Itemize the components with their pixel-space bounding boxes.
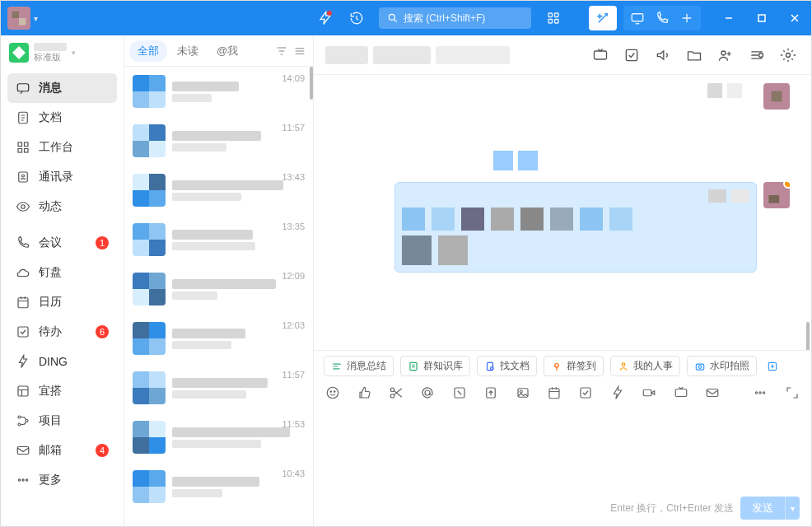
folder-icon[interactable]: [683, 44, 706, 67]
svg-point-62: [759, 392, 761, 394]
svg-rect-56: [549, 389, 559, 399]
window-minimize-button[interactable]: [712, 1, 745, 35]
chip-knowledge[interactable]: 群知识库: [400, 356, 470, 376]
nav-label: DING: [39, 355, 68, 368]
emoji-icon[interactable]: [325, 385, 340, 401]
tab-all[interactable]: 全部: [129, 40, 167, 62]
conversation-item[interactable]: 11:53: [124, 413, 313, 462]
nav-label: 工作台: [39, 140, 73, 155]
apps-icon[interactable]: [543, 7, 564, 29]
video-icon[interactable]: [642, 385, 656, 401]
nav-workspace[interactable]: 工作台: [7, 133, 117, 162]
speaker-icon[interactable]: [651, 44, 674, 67]
search-chat-icon[interactable]: [745, 44, 768, 67]
thumbs-up-icon[interactable]: [357, 385, 371, 401]
conversation-item[interactable]: 12:03: [124, 314, 313, 363]
chip-more-icon[interactable]: [763, 356, 782, 376]
tv-icon[interactable]: [589, 44, 612, 67]
filter-icon[interactable]: [273, 43, 290, 59]
svg-point-49: [390, 388, 394, 392]
task-icon[interactable]: [620, 44, 643, 67]
nav-mail[interactable]: 邮箱 4: [7, 436, 117, 465]
chip-checkin[interactable]: 群签到: [544, 356, 604, 376]
card-icon[interactable]: [452, 385, 467, 401]
nav-ding[interactable]: DING: [7, 347, 117, 376]
phone-icon[interactable]: [651, 7, 673, 29]
nav-feed[interactable]: 动态: [7, 192, 117, 222]
window-close-button[interactable]: [778, 1, 811, 35]
nav-label: 消息: [39, 81, 62, 96]
plus-icon[interactable]: [676, 7, 698, 29]
image-icon[interactable]: [515, 385, 530, 401]
svg-point-46: [327, 387, 338, 399]
checkbox-icon[interactable]: [578, 385, 593, 401]
flash-icon[interactable]: [610, 385, 625, 401]
send-button[interactable]: 发送: [740, 497, 785, 520]
svg-rect-25: [17, 447, 29, 455]
expand-icon[interactable]: [785, 385, 800, 401]
nav-docs[interactable]: 文档: [7, 103, 117, 133]
calendar2-icon[interactable]: [547, 385, 562, 401]
upload-file-icon[interactable]: [483, 385, 498, 401]
conversation-list[interactable]: 14:0911:5713:4313:3512:0912:0311:5711:53…: [124, 67, 313, 526]
nav-projects[interactable]: 项目: [7, 406, 117, 436]
live-icon[interactable]: [673, 385, 688, 401]
svg-point-63: [763, 392, 765, 394]
chip-finddoc[interactable]: 找文档: [477, 356, 537, 376]
avatar[interactable]: [763, 83, 790, 110]
svg-rect-20: [18, 327, 28, 337]
conversation-item[interactable]: 10:43: [124, 462, 313, 511]
nav-calendar[interactable]: 日历: [7, 287, 117, 317]
nav-more[interactable]: 更多: [7, 465, 117, 495]
lightning-icon[interactable]: [315, 7, 336, 29]
ai-wand-icon[interactable]: [592, 7, 614, 29]
conversation-time: 11:57: [282, 123, 305, 133]
nav-contacts[interactable]: 通讯录: [7, 162, 117, 192]
screen-share-icon[interactable]: [627, 7, 648, 29]
chip-watermark[interactable]: 水印拍照: [687, 356, 757, 376]
conversation-item[interactable]: 13:43: [124, 166, 313, 215]
user-avatar[interactable]: [7, 7, 30, 30]
conversation-column: 全部 未读 @我 14:0911:5713:4313:3512:0912:031…: [124, 35, 314, 526]
search-input[interactable]: 搜索 (Ctrl+Shift+F): [379, 7, 531, 29]
avatar[interactable]: [763, 182, 790, 208]
nav-drive[interactable]: 钉盘: [7, 258, 117, 287]
nav-label: 待办: [39, 324, 62, 339]
group-icon[interactable]: [714, 44, 737, 67]
mail2-icon[interactable]: [705, 385, 720, 401]
nav-todo[interactable]: 待办 6: [7, 317, 117, 347]
nav-badge: 4: [96, 444, 109, 457]
message-bubble[interactable]: [394, 182, 757, 273]
chat-messages[interactable]: [314, 75, 811, 350]
scissors-icon[interactable]: [389, 385, 404, 401]
nav-label: 日历: [39, 295, 62, 310]
send-dropdown[interactable]: ▾: [785, 497, 800, 520]
conversation-item[interactable]: 11:57: [124, 116, 313, 166]
list-icon[interactable]: [292, 43, 308, 59]
svg-rect-10: [17, 84, 29, 91]
message-bubble[interactable]: [493, 151, 576, 166]
conversation-item[interactable]: 12:09: [124, 264, 313, 314]
conversation-item[interactable]: 14:09: [124, 67, 313, 116]
more2-icon[interactable]: [753, 385, 768, 401]
message-input[interactable]: [325, 408, 800, 497]
history-icon[interactable]: [346, 7, 367, 29]
conversation-item[interactable]: 13:35: [124, 215, 313, 264]
user-dropdown-icon[interactable]: ▾: [34, 14, 38, 23]
at-icon[interactable]: [420, 385, 435, 401]
nav-yida[interactable]: 宜搭: [7, 376, 117, 406]
window-maximize-button[interactable]: [745, 1, 778, 35]
svg-rect-8: [632, 14, 643, 21]
titlebar: ▾ 搜索 (Ctrl+Shift+F): [1, 1, 811, 35]
nav-meeting[interactable]: 会议 1: [7, 228, 117, 258]
svg-point-48: [334, 391, 336, 393]
chip-summary[interactable]: 消息总结: [324, 356, 394, 376]
org-selector[interactable]: 标准版 ▾: [1, 35, 124, 70]
tab-at[interactable]: @我: [208, 40, 246, 62]
settings-icon[interactable]: [777, 44, 800, 67]
tab-unread[interactable]: 未读: [169, 40, 207, 62]
nav-messages[interactable]: 消息: [7, 73, 117, 103]
chip-hr[interactable]: 我的人事: [610, 356, 680, 376]
conversation-item[interactable]: 11:57: [124, 363, 313, 413]
message-bubble[interactable]: [707, 83, 757, 98]
